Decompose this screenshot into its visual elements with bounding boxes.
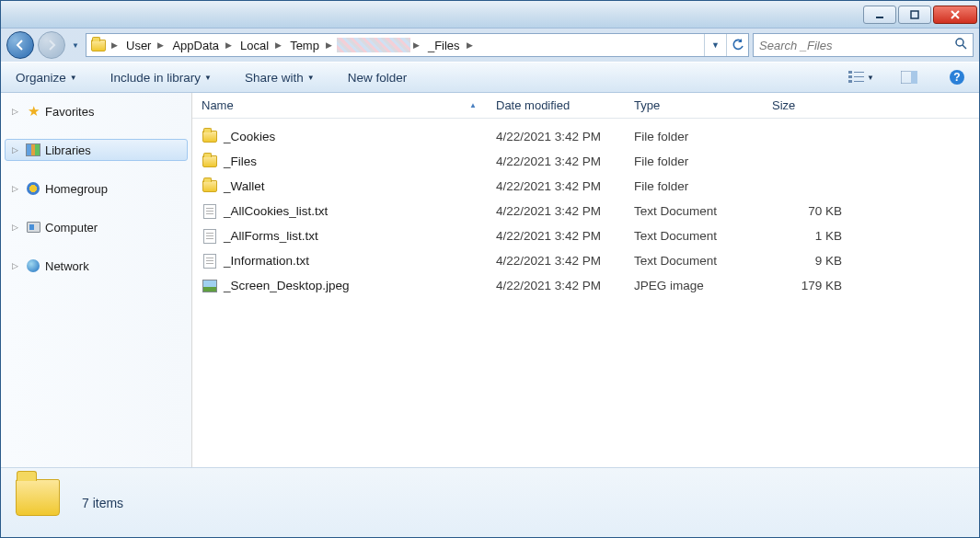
command-bar: Organize ▼ Include in library ▼ Share wi… (1, 62, 979, 93)
include-in-library-menu[interactable]: Include in library ▼ (105, 67, 217, 88)
address-bar[interactable]: ▶ User▶AppData▶Local▶Temp▶▶_Files▶ ▼ (86, 33, 749, 57)
chevron-right-icon[interactable]: ▶ (110, 40, 121, 50)
sidebar-item-label: Homegroup (45, 182, 108, 196)
item-count-label: 7 items (82, 496, 123, 510)
expand-icon[interactable]: ▷ (12, 184, 21, 193)
svg-rect-0 (876, 17, 883, 18)
navigation-pane[interactable]: ▷ ★ Favorites ▷ Libraries ▷ Homegroup (1, 93, 192, 467)
svg-rect-3 (848, 71, 852, 74)
include-label: Include in library (110, 71, 201, 85)
file-list[interactable]: _Cookies4/22/2021 3:42 PMFile folder_Fil… (192, 119, 979, 467)
sidebar-item-network[interactable]: ▷ Network (1, 255, 191, 277)
history-dropdown[interactable]: ▼ (69, 32, 82, 58)
file-row[interactable]: _Wallet4/22/2021 3:42 PMFile folder (192, 174, 979, 199)
file-row[interactable]: _Cookies4/22/2021 3:42 PMFile folder (192, 124, 979, 149)
column-header-type[interactable]: Type (625, 93, 763, 118)
file-row[interactable]: _Information.txt4/22/2021 3:42 PMText Do… (192, 248, 979, 273)
breadcrumb-segment[interactable]: Temp (284, 34, 325, 56)
breadcrumb-segment[interactable]: _Files (422, 34, 466, 56)
network-icon (25, 258, 41, 274)
file-name: _AllForms_list.txt (224, 229, 318, 243)
file-name: _Files (224, 155, 257, 168)
svg-rect-5 (848, 75, 852, 78)
back-button[interactable] (6, 31, 34, 59)
chevron-right-icon[interactable]: ▶ (325, 40, 335, 50)
svg-rect-4 (854, 72, 864, 73)
sidebar-item-computer[interactable]: ▷ Computer (1, 216, 191, 238)
file-size: 179 KB (763, 279, 851, 292)
expand-icon[interactable]: ▷ (12, 261, 21, 270)
breadcrumb-segment[interactable]: AppData (167, 34, 225, 56)
organize-label: Organize (16, 71, 66, 85)
file-type: Text Document (625, 254, 763, 268)
file-type: File folder (625, 155, 763, 168)
help-button[interactable]: ? (944, 64, 970, 90)
forward-button[interactable] (38, 31, 65, 59)
search-input[interactable] (759, 39, 954, 52)
folder-icon (16, 479, 63, 527)
content-area: ▷ ★ Favorites ▷ Libraries ▷ Homegroup (1, 93, 979, 467)
preview-pane-button[interactable] (896, 64, 922, 90)
file-type: File folder (625, 179, 763, 193)
file-date: 4/22/2021 3:42 PM (487, 155, 625, 168)
details-pane: 7 items (1, 467, 979, 537)
titlebar (1, 1, 979, 29)
chevron-down-icon: ▼ (70, 74, 77, 82)
file-row[interactable]: _AllCookies_list.txt4/22/2021 3:42 PMTex… (192, 199, 979, 223)
column-label: Size (772, 98, 795, 112)
expand-icon[interactable]: ▷ (12, 223, 21, 232)
file-row[interactable]: _Screen_Desktop.jpeg4/22/2021 3:42 PMJPE… (192, 273, 979, 298)
sidebar-item-favorites[interactable]: ▷ ★ Favorites (1, 100, 191, 122)
minimize-button[interactable] (863, 6, 896, 24)
address-dropdown[interactable]: ▼ (704, 34, 726, 56)
star-icon: ★ (25, 103, 41, 120)
file-type: Text Document (625, 229, 763, 243)
view-options-button[interactable]: ▼ (848, 64, 874, 90)
folder-icon (202, 129, 218, 145)
chevron-right-icon[interactable]: ▶ (274, 40, 284, 50)
chevron-right-icon[interactable]: ▶ (412, 40, 422, 50)
search-icon[interactable] (954, 37, 967, 53)
sidebar-item-label: Favorites (45, 105, 94, 119)
column-header-date[interactable]: Date modified (487, 93, 625, 118)
view-icon (848, 70, 864, 85)
help-icon: ? (949, 69, 965, 86)
file-row[interactable]: _Files4/22/2021 3:42 PMFile folder (192, 149, 979, 174)
file-date: 4/22/2021 3:42 PM (487, 179, 625, 193)
chevron-down-icon: ▼ (307, 74, 315, 82)
close-button[interactable] (933, 6, 977, 24)
folder-icon (202, 178, 218, 195)
search-box[interactable] (753, 33, 974, 57)
expand-icon[interactable]: ▷ (12, 145, 21, 155)
refresh-button[interactable] (726, 34, 748, 56)
organize-menu[interactable]: Organize ▼ (10, 67, 83, 88)
expand-icon[interactable]: ▷ (12, 107, 21, 116)
chevron-down-icon: ▼ (204, 74, 212, 82)
pane-icon (901, 71, 917, 84)
column-header-name[interactable]: Name ▲ (192, 93, 487, 118)
libraries-icon (25, 142, 41, 158)
share-with-menu[interactable]: Share with ▼ (239, 67, 320, 88)
file-size: 1 KB (763, 229, 851, 243)
column-header-size[interactable]: Size (763, 93, 851, 118)
sidebar-item-homegroup[interactable]: ▷ Homegroup (1, 177, 191, 200)
column-label: Date modified (496, 98, 570, 112)
column-label: Type (634, 98, 660, 112)
file-size: 9 KB (763, 254, 851, 268)
breadcrumb-segment[interactable]: Local (235, 34, 274, 56)
file-name: _Information.txt (224, 254, 309, 268)
svg-rect-8 (854, 81, 864, 82)
sort-ascending-icon: ▲ (469, 101, 477, 109)
minimize-icon (874, 9, 885, 20)
maximize-button[interactable] (898, 6, 931, 24)
chevron-right-icon[interactable]: ▶ (156, 40, 167, 50)
file-row[interactable]: _AllForms_list.txt4/22/2021 3:42 PMText … (192, 223, 979, 248)
breadcrumb-segment[interactable]: User (121, 34, 156, 56)
svg-point-2 (956, 39, 963, 46)
chevron-right-icon[interactable]: ▶ (225, 40, 235, 50)
sidebar-item-label: Network (45, 259, 89, 273)
sidebar-item-libraries[interactable]: ▷ Libraries (5, 139, 188, 161)
chevron-right-icon[interactable]: ▶ (466, 40, 476, 50)
new-folder-button[interactable]: New folder (342, 67, 413, 88)
column-label: Name (202, 98, 234, 112)
